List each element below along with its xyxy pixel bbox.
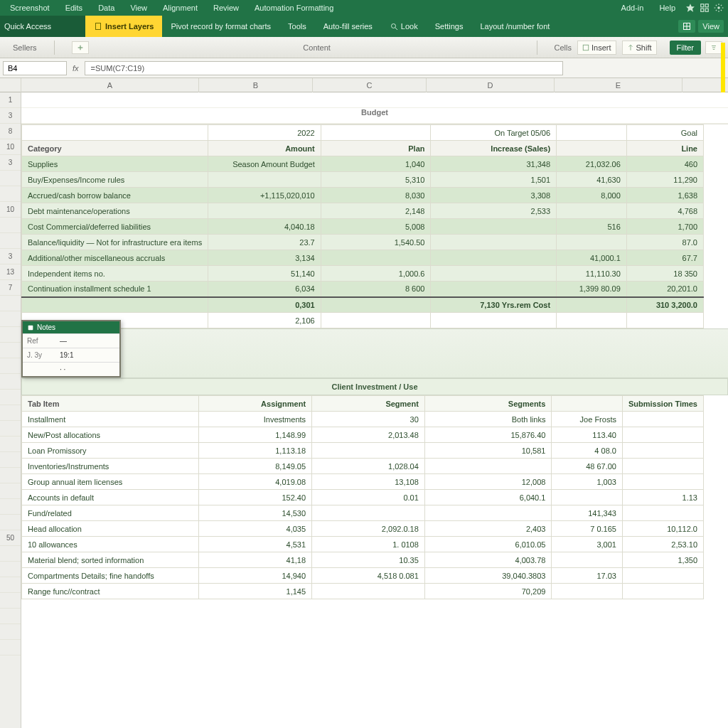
row-num[interactable] bbox=[0, 311, 21, 327]
row-num[interactable] bbox=[0, 624, 21, 640]
cell[interactable]: 2,092.0.18 bbox=[312, 521, 425, 537]
cell[interactable]: 4,768 bbox=[626, 203, 703, 219]
ribbon-tab-6[interactable]: Layout /number font bbox=[471, 16, 558, 37]
cell[interactable]: 1,028.04 bbox=[312, 459, 425, 474]
cell[interactable]: 1,148.99 bbox=[199, 427, 312, 443]
row-num[interactable] bbox=[0, 390, 21, 405]
col-header[interactable]: Segments bbox=[424, 396, 552, 412]
cell[interactable] bbox=[312, 443, 425, 459]
cell[interactable] bbox=[431, 219, 557, 235]
sub-insert-button[interactable] bbox=[72, 41, 89, 54]
ribbon-tab-1[interactable]: Pivot record by format charts bbox=[162, 16, 279, 37]
cell[interactable] bbox=[22, 297, 208, 313]
cell[interactable]: Balance/liquidity — Not for infrastructu… bbox=[22, 235, 208, 250]
col-header[interactable] bbox=[552, 396, 623, 412]
ribbon-right-grid-button[interactable] bbox=[678, 20, 695, 33]
ribbon-tab-4[interactable]: Look bbox=[381, 16, 427, 37]
menu-item-4[interactable]: Alignment bbox=[157, 2, 203, 14]
cell[interactable]: 2,148 bbox=[321, 203, 431, 219]
cell[interactable]: 4,040.18 bbox=[208, 219, 321, 235]
cell[interactable]: 1,350 bbox=[622, 552, 703, 568]
cell[interactable]: 152.40 bbox=[199, 490, 312, 505]
row-num[interactable]: 3 bbox=[0, 108, 21, 124]
cell[interactable]: 41,000.1 bbox=[557, 250, 627, 266]
cell[interactable] bbox=[622, 584, 703, 599]
cell[interactable]: Season Amount Budget bbox=[208, 156, 321, 172]
cell[interactable]: Buy/Expenses/Income rules bbox=[22, 172, 208, 188]
cell[interactable]: Cost Commercial/deferred liabilities bbox=[22, 219, 208, 235]
name-box[interactable] bbox=[3, 61, 67, 75]
cell[interactable] bbox=[208, 172, 321, 188]
formula-input[interactable]: =SUM(C7:C19) bbox=[85, 61, 563, 75]
cell[interactable]: 18 350 bbox=[626, 266, 703, 282]
cell[interactable] bbox=[557, 235, 627, 250]
cell[interactable]: 2,013.48 bbox=[312, 427, 425, 443]
col-header-b[interactable]: B bbox=[199, 78, 313, 92]
row-num[interactable] bbox=[0, 468, 21, 483]
cell[interactable]: 7,130 Yrs.rem Cost bbox=[431, 297, 557, 313]
cell[interactable] bbox=[431, 266, 557, 282]
row-num[interactable] bbox=[0, 640, 21, 655]
cell[interactable]: 4,035 bbox=[199, 521, 312, 537]
panel-cell[interactable]: J. 3y bbox=[27, 351, 55, 359]
cell[interactable]: 20,201.0 bbox=[626, 282, 703, 297]
panel-cell[interactable] bbox=[27, 365, 55, 373]
panel-cell[interactable]: · · bbox=[60, 365, 65, 373]
cell[interactable]: 67.7 bbox=[626, 250, 703, 266]
cell[interactable]: 39,040.3803 bbox=[424, 568, 552, 584]
cell[interactable]: 5,310 bbox=[321, 172, 431, 188]
cell[interactable] bbox=[321, 313, 431, 328]
cell[interactable]: Head allocation bbox=[22, 521, 199, 537]
cell[interactable] bbox=[431, 313, 557, 328]
row-num[interactable]: 3 bbox=[0, 249, 21, 264]
cell[interactable] bbox=[424, 505, 552, 521]
cell[interactable]: 5,008 bbox=[321, 219, 431, 235]
cell[interactable] bbox=[557, 297, 627, 313]
select-all-corner[interactable] bbox=[0, 78, 21, 92]
cell[interactable]: 4,518 0.081 bbox=[312, 568, 425, 584]
cell[interactable]: 1,145 bbox=[199, 584, 312, 599]
cell[interactable]: Range func//contract bbox=[22, 584, 199, 599]
col-header[interactable]: Submission Times bbox=[622, 396, 703, 412]
cell[interactable]: 1,113.18 bbox=[199, 443, 312, 459]
cell[interactable]: 2,403 bbox=[424, 521, 552, 537]
cell[interactable]: 13,108 bbox=[312, 474, 425, 490]
cell[interactable]: 11,290 bbox=[626, 172, 703, 188]
page-title-cell[interactable]: Budget bbox=[21, 108, 728, 124]
menu-item-1[interactable]: Edits bbox=[60, 2, 88, 14]
cell[interactable]: 113.40 bbox=[552, 427, 623, 443]
cell[interactable]: 8,030 bbox=[321, 188, 431, 203]
cell[interactable]: 70,209 bbox=[424, 584, 552, 599]
row-num[interactable] bbox=[0, 546, 21, 562]
row-num[interactable]: 1 bbox=[0, 92, 21, 108]
cell[interactable] bbox=[431, 250, 557, 266]
cell[interactable]: 141,343 bbox=[552, 505, 623, 521]
cell[interactable] bbox=[557, 125, 627, 141]
col-header[interactable]: Amount bbox=[208, 141, 321, 156]
cell[interactable]: 3,001 bbox=[552, 537, 623, 552]
row-num[interactable] bbox=[0, 577, 21, 593]
cell[interactable]: Installment bbox=[22, 412, 199, 427]
cell[interactable]: Continuation installment schedule 1 bbox=[22, 282, 208, 297]
cell[interactable] bbox=[431, 235, 557, 250]
row-num[interactable] bbox=[0, 358, 21, 374]
row-num[interactable]: 3 bbox=[0, 155, 21, 171]
row-num[interactable] bbox=[0, 421, 21, 437]
cell[interactable]: +1,115,020,010 bbox=[208, 188, 321, 203]
cell[interactable] bbox=[622, 412, 703, 427]
row-num[interactable]: 10 bbox=[0, 139, 21, 155]
cell[interactable] bbox=[552, 552, 623, 568]
cell[interactable]: 1,501 bbox=[431, 172, 557, 188]
cell[interactable]: 10,581 bbox=[424, 443, 552, 459]
cell[interactable] bbox=[321, 125, 431, 141]
row-num[interactable] bbox=[0, 483, 21, 499]
cell[interactable]: Fund/related bbox=[22, 505, 199, 521]
cell[interactable] bbox=[557, 313, 627, 328]
row-num[interactable] bbox=[0, 452, 21, 468]
col-header[interactable]: Line bbox=[626, 141, 703, 156]
row-num[interactable]: 7 bbox=[0, 280, 21, 296]
cell[interactable] bbox=[626, 313, 703, 328]
cell[interactable] bbox=[321, 250, 431, 266]
menu-item-5[interactable]: Review bbox=[208, 2, 245, 14]
row-num[interactable] bbox=[0, 374, 21, 390]
